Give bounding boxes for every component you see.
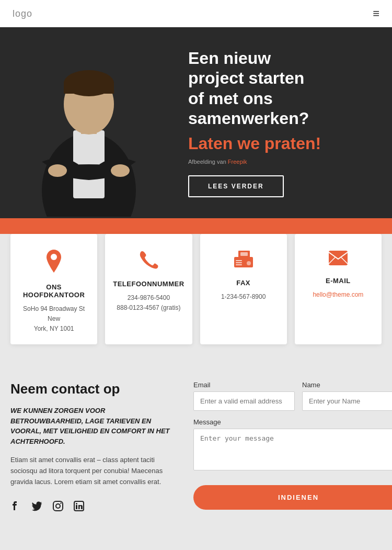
email-link[interactable]: hello@theme.com xyxy=(313,291,363,298)
form-group-message: Message xyxy=(193,418,392,470)
card-phone: TELEFOONNUMMER 234-9876-5400 888-0123-45… xyxy=(105,234,192,345)
contact-form: Email Name Message INDIENEN xyxy=(193,381,392,510)
svg-rect-22 xyxy=(76,505,77,509)
fax-icon xyxy=(208,250,279,272)
menu-icon[interactable]: ≡ xyxy=(373,7,379,20)
message-label: Message xyxy=(193,418,392,426)
hero-content: Een nieuw project starten of met ons sam… xyxy=(178,27,392,218)
card-fax-title: FAX xyxy=(208,279,279,287)
card-fax-info: 1-234-567-8900 xyxy=(208,292,279,302)
freepik-link[interactable]: Freepik xyxy=(228,159,247,165)
card-phone-info: 234-9876-5400 888-0123-4567 (gratis) xyxy=(113,293,184,313)
facebook-icon[interactable] xyxy=(10,500,22,515)
card-phone-title: TELEFOONNUMMER xyxy=(113,280,184,288)
submit-button[interactable]: INDIENEN xyxy=(193,485,392,510)
name-label: Name xyxy=(302,381,392,389)
name-input[interactable] xyxy=(302,391,392,411)
pin-icon xyxy=(18,250,89,276)
card-address-title: ONS HOOFDKANTOOR xyxy=(18,283,89,299)
phone-icon xyxy=(113,250,184,273)
hero-credit: Afbeelding van Freepik xyxy=(188,159,371,165)
card-email: E-MAIL hello@theme.com xyxy=(295,234,382,345)
email-icon xyxy=(303,250,374,270)
twitter-icon[interactable] xyxy=(31,500,43,515)
svg-rect-12 xyxy=(240,252,248,256)
contact-tagline: WE KUNNEN ZORGEN VOOR BETROUWBAARHEID, L… xyxy=(10,406,172,446)
card-email-title: E-MAIL xyxy=(303,277,374,285)
cards-section: ONS HOOFDKANTOOR SoHo 94 Broadway St New… xyxy=(0,234,392,361)
card-fax: FAX 1-234-567-8900 xyxy=(200,234,287,345)
contact-left: Neem contact op WE KUNNEN ZORGEN VOOR BE… xyxy=(10,381,172,514)
svg-point-16 xyxy=(247,261,251,265)
hero-highlight: Laten we praten! xyxy=(188,134,371,153)
message-textarea[interactable] xyxy=(193,429,392,470)
svg-point-9 xyxy=(51,254,57,260)
lees-verder-button[interactable]: LEES VERDER xyxy=(188,175,284,197)
hero-title: Een nieuw project starten of met ons sam… xyxy=(188,48,371,129)
linkedin-icon[interactable] xyxy=(73,500,85,515)
card-email-info: hello@theme.com xyxy=(303,290,374,300)
svg-point-23 xyxy=(76,503,77,504)
email-input[interactable] xyxy=(193,391,295,411)
form-message-row: Message xyxy=(193,418,392,470)
contact-section: Neem contact op WE KUNNEN ZORGEN VOOR BE… xyxy=(0,360,392,546)
instagram-icon[interactable] xyxy=(52,500,64,515)
hero-image xyxy=(0,28,178,217)
logo: logo xyxy=(13,8,32,19)
form-group-email: Email xyxy=(193,381,295,411)
form-email-name-row: Email Name xyxy=(193,381,392,411)
contact-title: Neem contact op xyxy=(10,381,172,397)
social-icons-row xyxy=(10,500,172,515)
svg-point-19 xyxy=(56,504,60,508)
svg-rect-17 xyxy=(329,251,348,265)
svg-point-20 xyxy=(60,502,61,503)
svg-rect-13 xyxy=(236,260,242,261)
person-illustration xyxy=(0,28,178,217)
svg-point-8 xyxy=(111,164,130,177)
svg-rect-15 xyxy=(236,264,242,265)
form-group-name: Name xyxy=(302,381,392,411)
contact-body: Etiam sit amet convallis erat – class ap… xyxy=(10,455,172,487)
header: logo ≡ xyxy=(0,0,392,27)
footer-spacer xyxy=(0,546,392,550)
hero-section: Een nieuw project starten of met ons sam… xyxy=(0,27,392,218)
card-address-info: SoHo 94 Broadway St New York, NY 1001 xyxy=(18,304,89,334)
svg-point-7 xyxy=(48,164,67,177)
svg-rect-6 xyxy=(64,83,114,94)
email-label: Email xyxy=(193,381,295,389)
card-address: ONS HOOFDKANTOOR SoHo 94 Broadway St New… xyxy=(10,234,97,345)
svg-rect-14 xyxy=(236,262,242,263)
cards-row: ONS HOOFDKANTOOR SoHo 94 Broadway St New… xyxy=(10,234,382,345)
